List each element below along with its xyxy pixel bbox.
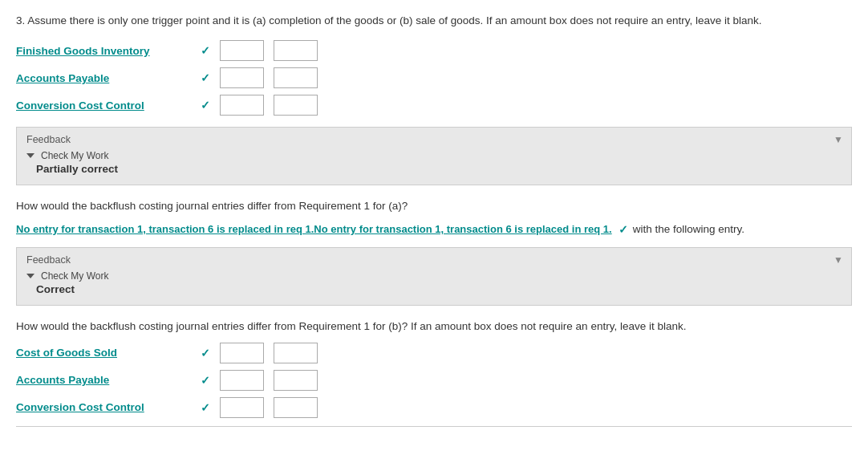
accounts-payable-b-check: ✓ <box>201 374 210 387</box>
feedback-a-label: Feedback <box>26 134 842 145</box>
conversion-cost-b-input-1[interactable] <box>220 397 264 418</box>
feedback-how-a-label: Feedback <box>26 254 842 266</box>
conversion-cost-a-input-1[interactable] <box>220 95 264 116</box>
accounts-payable-b-label[interactable]: Accounts Payable <box>16 374 193 386</box>
cost-of-goods-input-2[interactable] <box>274 343 318 363</box>
accounts-payable-a-input-1[interactable] <box>220 67 264 88</box>
answer-row-a: No entry for transaction 1, transaction … <box>16 223 852 236</box>
bottom-divider <box>16 426 852 427</box>
check-my-work-how-a-section: Check My Work Correct <box>26 270 842 295</box>
status-how-a: Correct <box>36 283 842 295</box>
feedback-section-how-a: Feedback ▼ Check My Work Correct <box>16 247 852 306</box>
status-a: Partially correct <box>36 163 842 175</box>
accounts-payable-b-input-1[interactable] <box>220 370 264 391</box>
check-my-work-a-section: Check My Work Partially correct <box>26 150 842 175</box>
conversion-cost-a-check: ✓ <box>201 99 210 112</box>
conversion-cost-a-input-2[interactable] <box>274 95 318 116</box>
conversion-cost-a-label[interactable]: Conversion Cost Control <box>16 99 193 112</box>
accounts-payable-a-input-2[interactable] <box>274 67 318 88</box>
accounts-payable-a-label[interactable]: Accounts Payable <box>16 72 193 84</box>
entry-row-accounts-payable-a: Accounts Payable ✓ <box>16 67 852 88</box>
finished-goods-input-2[interactable] <box>274 40 318 61</box>
answer-check-a: ✓ <box>619 223 628 236</box>
conversion-cost-b-check: ✓ <box>201 401 210 414</box>
finished-goods-check: ✓ <box>201 44 210 57</box>
feedback-section-a: Feedback ▼ Check My Work Partially corre… <box>16 127 852 185</box>
cost-of-goods-check: ✓ <box>201 347 210 359</box>
triangle-icon-how-a <box>26 274 34 278</box>
accounts-payable-b-input-2[interactable] <box>274 370 318 391</box>
conversion-cost-b-input-2[interactable] <box>274 397 318 418</box>
entry-row-accounts-payable-b: Accounts Payable ✓ <box>16 370 852 391</box>
how-would-b-text: How would the backflush costing journal … <box>16 319 852 335</box>
finished-goods-label[interactable]: Finished Goods Inventory <box>16 45 193 57</box>
cost-of-goods-input-1[interactable] <box>220 343 264 363</box>
entry-row-finished-goods: Finished Goods Inventory ✓ <box>16 40 852 61</box>
check-my-work-how-a-toggle[interactable]: Check My Work <box>26 270 842 282</box>
check-my-work-a-toggle[interactable]: Check My Work <box>26 150 842 161</box>
cost-of-goods-label[interactable]: Cost of Goods Sold <box>16 347 193 359</box>
entry-row-conversion-cost-a: Conversion Cost Control ✓ <box>16 95 852 116</box>
finished-goods-input-1[interactable] <box>220 40 264 61</box>
feedback-how-a-dropdown-icon[interactable]: ▼ <box>834 254 843 266</box>
conversion-cost-b-label[interactable]: Conversion Cost Control <box>16 401 193 413</box>
triangle-icon-a <box>26 153 34 158</box>
accounts-payable-a-check: ✓ <box>201 71 210 84</box>
check-my-work-a-label: Check My Work <box>41 150 108 161</box>
entry-row-conversion-cost-b: Conversion Cost Control ✓ <box>16 397 852 418</box>
check-my-work-how-a-label: Check My Work <box>41 270 108 282</box>
entries-section-a: Finished Goods Inventory ✓ Accounts Paya… <box>16 40 852 116</box>
entries-section-b: Cost of Goods Sold ✓ Accounts Payable ✓ … <box>16 343 852 418</box>
feedback-a-dropdown-icon[interactable]: ▼ <box>834 134 843 145</box>
how-would-a-text: How would the backflush costing journal … <box>16 198 852 214</box>
answer-selected-a[interactable]: No entry for transaction 1, transaction … <box>16 223 612 235</box>
question3-instruction: 3. Assume there is only one trigger poin… <box>16 13 852 29</box>
entry-row-cost-of-goods: Cost of Goods Sold ✓ <box>16 343 852 363</box>
answer-suffix-a: with the following entry. <box>633 223 744 235</box>
